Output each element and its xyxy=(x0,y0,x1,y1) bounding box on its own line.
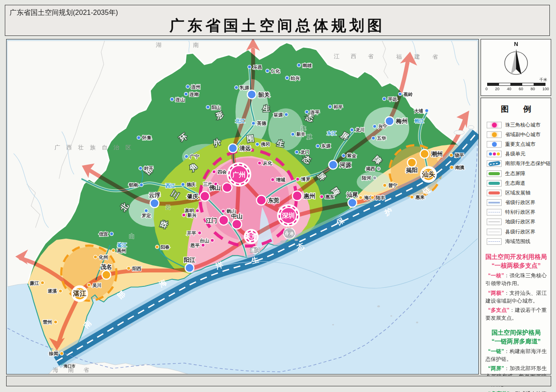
river-label: 鉴江 xyxy=(117,242,127,247)
legend-item: 生态廊道 xyxy=(487,178,551,188)
core-city-label: 广州 xyxy=(232,171,246,178)
county-dot xyxy=(328,105,332,109)
county-dot xyxy=(371,136,375,140)
legend-swatch-bar xyxy=(487,180,502,187)
legend-item-label: 县级行政区界 xyxy=(505,229,535,235)
county-label: 阳西 xyxy=(132,266,141,271)
scale-tick: 60 xyxy=(519,87,523,91)
legend-title: 图 例 xyxy=(481,104,551,114)
county-marker: 龙门 xyxy=(295,149,310,155)
scale-tick: 0 xyxy=(485,87,488,91)
info-block-line: “多廊道”：形成通山达海的生态廊道网络系统。 xyxy=(485,390,547,392)
city-label: 梅州 xyxy=(396,118,407,125)
legend-item-label: 重要支点城市 xyxy=(505,141,535,148)
info-block: 国土空间开发利用格局“一核两极多支点”“一核”：强化珠三角核心引领带动作用。“两… xyxy=(485,253,547,322)
county-dot xyxy=(196,209,199,212)
prd-city-dot xyxy=(222,183,232,192)
county-label: 揭西 xyxy=(365,166,375,171)
legend-swatch-line-dashdot xyxy=(487,209,502,215)
prd-city-dot xyxy=(219,215,228,225)
river-label: 韩江 xyxy=(414,118,424,124)
mountain-label: 山 xyxy=(129,233,134,239)
province-label: 海南省 xyxy=(53,367,99,373)
county-label: 信宜 xyxy=(99,231,108,237)
subcenter-city: 汕头 xyxy=(420,166,437,183)
county-marker: 乐昌 xyxy=(248,65,262,70)
county-label: 蕉岭 xyxy=(403,92,413,97)
county-marker: 高州 xyxy=(112,248,126,253)
city-label: 肇庆 xyxy=(186,193,198,200)
prd-city-dot xyxy=(232,219,242,229)
prd-city: 东莞 xyxy=(257,195,280,205)
county-label: 龙门 xyxy=(300,149,310,155)
county-marker: 揭西 xyxy=(365,166,380,171)
city-label: 汕尾 xyxy=(346,191,358,198)
county-label: 四会 xyxy=(217,170,227,174)
county-label: 吴川 xyxy=(92,283,102,288)
county-dot xyxy=(295,150,299,154)
scale-tick: 100 xyxy=(542,87,549,91)
county-label: 郁南 xyxy=(128,183,138,187)
prd-city-dot xyxy=(257,195,266,205)
county-label: 始兴 xyxy=(290,76,300,81)
county-dot xyxy=(316,144,320,148)
county-marker: 化州 xyxy=(94,255,108,260)
county-marker: 四会 xyxy=(212,170,227,174)
county-label: 德庆 xyxy=(186,182,196,187)
mountain-label: 脉 xyxy=(307,134,313,140)
county-label: 高州 xyxy=(117,248,126,253)
county-label: 连平 xyxy=(310,110,320,115)
county-label: 饶平 xyxy=(454,153,464,158)
county-label: 南雄 xyxy=(303,63,312,68)
legend-swatch-line-dash xyxy=(487,238,502,245)
info-blocks: 国土空间开发利用格局“一核两极多支点”“一核”：强化珠三角核心引领带动作用。“两… xyxy=(481,253,551,392)
county-dot xyxy=(54,320,57,324)
arc-char: 围 xyxy=(246,134,254,143)
county-label: 从化 xyxy=(263,161,272,166)
info-block-line: “两极”：支持汕头、湛江建设省域副中心城市。 xyxy=(485,289,547,305)
legend-item-label: 地级行政区界 xyxy=(505,219,535,225)
prd-city: 佛山 xyxy=(209,183,232,192)
city-label: 东莞 xyxy=(267,197,280,204)
arc-char: 生 xyxy=(276,139,285,148)
legend-swatch-wave xyxy=(487,160,502,167)
legend-swatch-dot-glow xyxy=(487,131,502,138)
scale-segment xyxy=(488,83,499,85)
county-label: 陆河 xyxy=(362,176,371,180)
scale-bar-ticks: 020406080100 xyxy=(485,87,549,91)
footer-bar xyxy=(6,376,551,386)
county-label: 遂溪 xyxy=(48,289,57,293)
county-dot xyxy=(383,184,386,187)
city-label: 揭阳 xyxy=(406,167,417,173)
orange-city-dot xyxy=(420,149,429,158)
county-marker: 阳山 xyxy=(206,105,221,110)
county-marker: 新丰 xyxy=(291,131,306,137)
county-marker: 紫金 xyxy=(342,153,356,158)
county-label: 平远 xyxy=(388,97,397,102)
county-marker: 连平 xyxy=(305,110,320,115)
county-dot xyxy=(181,183,185,186)
county-label: 封开 xyxy=(143,166,153,171)
info-block-subheading: “一链两屏多廊道” xyxy=(485,337,547,346)
sar-city: 澳门 xyxy=(250,247,260,254)
county-marker: 普宁 xyxy=(383,183,397,188)
legend-swatch-bar xyxy=(487,190,502,196)
city-label: 茂名 xyxy=(100,264,112,270)
city-label: 佛山 xyxy=(209,184,221,191)
county-marker: 陆河 xyxy=(362,176,377,180)
legend-swatch-bar xyxy=(487,170,502,177)
county-dot xyxy=(285,76,289,80)
county-dot xyxy=(320,195,324,198)
county-label: 新兴 xyxy=(187,212,196,218)
county-marker: 广宁 xyxy=(185,154,199,159)
county-marker: 平远 xyxy=(382,97,397,102)
province-label: 广西壮族自治区 xyxy=(54,144,137,151)
legend-item: 南部海洋生态保护链 xyxy=(487,159,551,169)
province-label: 江西省 xyxy=(334,53,385,60)
legend-item-label: 省级行政区界 xyxy=(505,199,535,206)
city-label: 江门 xyxy=(206,217,217,224)
info-block-heading: 国土空间开发利用格局 xyxy=(485,253,547,261)
county-dot xyxy=(450,166,453,169)
county-marker: 怀集 xyxy=(137,135,151,140)
legend-item: 县级行政区界 xyxy=(487,227,551,237)
